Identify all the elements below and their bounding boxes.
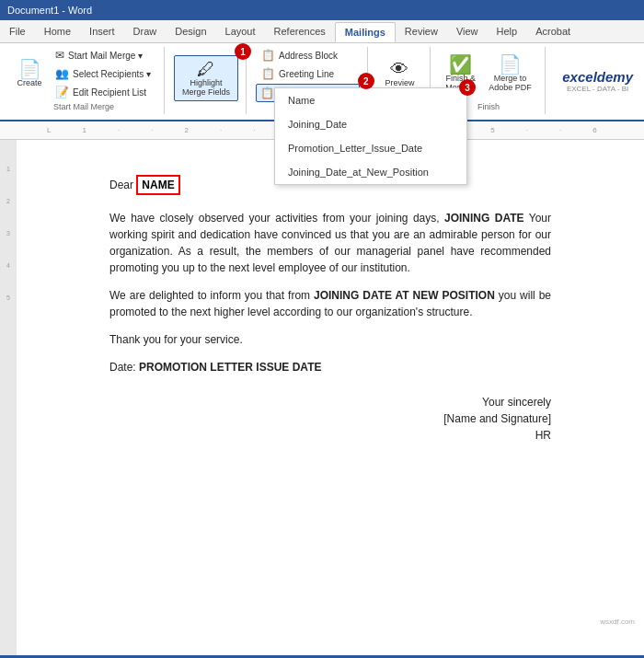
highlight-icon: 🖊 (197, 60, 215, 78)
create-icon: 📄 (18, 60, 41, 78)
address-block-icon: 📋 (261, 49, 275, 62)
edit-recipient-icon: 📝 (55, 86, 69, 98)
para2-text: We are delighted to inform you that from (109, 289, 314, 302)
badge-1: 1 (235, 43, 251, 60)
tab-references[interactable]: References (265, 22, 335, 42)
date-bold: PROMOTION LETTER ISSUE DATE (139, 361, 321, 374)
tab-insert[interactable]: Insert (80, 22, 124, 42)
watermark: wsxdf.com (600, 617, 635, 628)
address-block-button[interactable]: 📋 Address Block (256, 47, 360, 63)
title-bar: Document1 - Word (0, 0, 644, 20)
para1-bold: JOINING DATE (444, 212, 524, 225)
tab-bar: File Home Insert Draw Design Layout Refe… (0, 20, 644, 43)
address-block-label: Address Block (279, 51, 338, 61)
dear-text: Dear (109, 179, 133, 191)
tab-help[interactable]: Help (488, 22, 527, 42)
document-content: Dear NAME We have closely observed your … (17, 140, 644, 655)
group-start-mail-merge: 📄 Create ✉ Start Mail Merge ▾ 👥 Select R… (4, 47, 165, 114)
greeting-line-icon: 📋 (261, 67, 275, 80)
create-label: Create (17, 78, 41, 87)
dropdown-item-promotion-date[interactable]: Promotion_Letter_Issue_Date (275, 136, 466, 160)
name-field-badge: NAME (136, 175, 179, 195)
title-text: Document1 - Word (7, 5, 92, 16)
date-label: Date: (109, 361, 139, 374)
highlight-buttons: 🖊 HighlightMerge Fields (174, 47, 238, 110)
badge-2: 2 (358, 73, 374, 89)
tab-view[interactable]: View (447, 22, 488, 42)
edit-recipient-list-button[interactable]: 📝 Edit Recipient List (50, 84, 156, 100)
greeting-line-button[interactable]: 📋 Greeting Line (256, 65, 360, 82)
tab-home[interactable]: Home (35, 22, 80, 42)
group-highlight: 🖊 HighlightMerge Fields 1 (167, 47, 247, 114)
highlight-merge-fields-button[interactable]: 🖊 HighlightMerge Fields (174, 55, 238, 101)
preview-icon: 👁 (390, 60, 408, 78)
paragraph-2: We are delighted to inform you that from… (109, 287, 551, 320)
paragraph-3: Thank you for your service. (109, 331, 551, 348)
name-signature: [Name and Signature] (109, 410, 551, 427)
start-mail-merge-label: Start Mail Merge ▾ (68, 51, 143, 61)
paragraph-1: We have closely observed your activities… (109, 210, 551, 276)
merge-adobe-icon: 📄 (499, 55, 522, 74)
dropdown-item-joining-new-pos[interactable]: Joining_Date_at_New_Position (275, 160, 466, 184)
mail-merge-col: ✉ Start Mail Merge ▾ 👥 Select Recipients… (50, 47, 156, 100)
greeting-line-label: Greeting Line (279, 69, 334, 79)
dropdown-menu: 3 Name Joining_Date Promotion_Letter_Iss… (274, 87, 467, 185)
dropdown-item-name[interactable]: Name (275, 88, 466, 112)
select-recipients-button[interactable]: 👥 Select Recipients ▾ (50, 65, 156, 82)
tab-review[interactable]: Review (396, 22, 447, 42)
group-label-finish: Finish (477, 100, 500, 114)
group-label-start-mail-merge: Start Mail Merge (53, 100, 114, 114)
merge-adobe-button[interactable]: 📄 Merge toAdobe PDF (483, 52, 537, 95)
para1-text: We have closely observed your activities… (109, 212, 444, 225)
highlight-label: HighlightMerge Fields (182, 78, 230, 97)
tab-design[interactable]: Design (166, 22, 215, 42)
hr-text: HR (109, 427, 551, 444)
insert-merge-field-icon: 📋 (260, 87, 274, 99)
create-button[interactable]: 📄 Create (11, 57, 48, 90)
select-recipients-icon: 👥 (55, 67, 69, 80)
start-mail-merge-button[interactable]: ✉ Start Mail Merge ▾ (50, 47, 156, 63)
signature-area: Your sincerely [Name and Signature] HR (109, 394, 551, 444)
badge-3: 3 (459, 79, 476, 96)
dropdown-item-joining-date[interactable]: Joining_Date (275, 112, 466, 136)
merge-adobe-label: Merge toAdobe PDF (489, 74, 532, 92)
select-recipients-label: Select Recipients ▾ (73, 69, 151, 79)
your-sincerely: Your sincerely (109, 394, 551, 410)
document-area: 1 2 3 4 5 Dear NAME We have closely obse… (0, 140, 644, 655)
date-line: Date: PROMOTION LETTER ISSUE DATE (109, 359, 551, 375)
page: Dear NAME We have closely observed your … (63, 147, 597, 471)
logo-subtitle: EXCEL - DATA - BI (562, 85, 633, 93)
para3-text: Thank you for your service. (109, 333, 243, 346)
side-ruler: 1 2 3 4 5 (0, 140, 17, 655)
group-buttons: 📄 Create ✉ Start Mail Merge ▾ 👥 Select R… (11, 47, 156, 100)
logo-text: exceldemy (562, 69, 633, 85)
tab-file[interactable]: File (0, 22, 35, 42)
finish-merge-icon: ✅ (449, 55, 472, 74)
tab-layout[interactable]: Layout (216, 22, 265, 42)
tab-draw[interactable]: Draw (124, 22, 167, 42)
tab-mailings[interactable]: Mailings (335, 22, 396, 42)
para2-bold: JOINING DATE AT NEW POSITION (314, 289, 495, 302)
edit-recipient-label: Edit Recipient List (73, 87, 146, 98)
logo-area: exceldemy EXCEL - DATA - BI (555, 47, 640, 114)
tab-acrobat[interactable]: Acrobat (526, 22, 580, 42)
start-mail-merge-icon: ✉ (55, 49, 64, 62)
